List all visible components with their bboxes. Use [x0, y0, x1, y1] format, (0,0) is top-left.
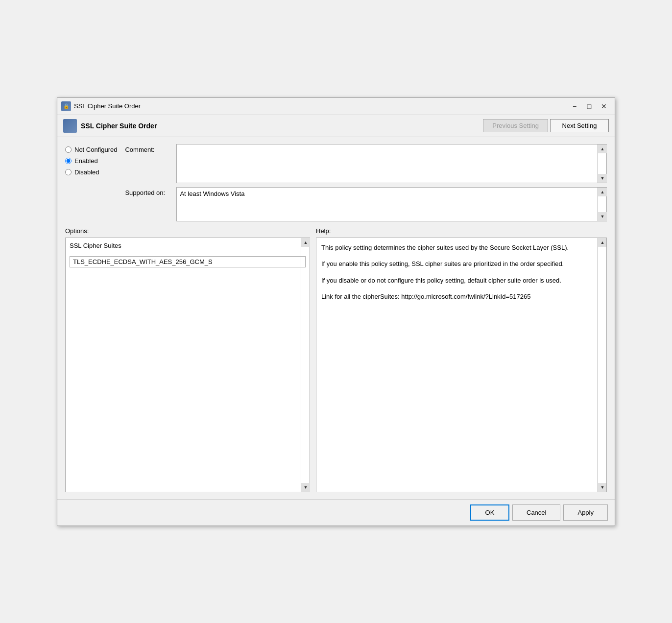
- help-panel: Help: This policy setting determines the…: [316, 227, 607, 492]
- title-bar: 🔒 SSL Cipher Suite Order − □ ✕: [57, 98, 615, 115]
- header-bar: SSL Cipher Suite Order Previous Setting …: [57, 115, 615, 137]
- disabled-radio[interactable]: [65, 169, 72, 175]
- close-button[interactable]: ✕: [597, 101, 611, 112]
- radio-column: Not Configured Enabled Disabled: [65, 144, 117, 221]
- next-setting-button[interactable]: Next Setting: [550, 119, 609, 132]
- help-para-2: If you enable this policy setting, SSL c…: [321, 259, 595, 269]
- header-left: SSL Cipher Suite Order: [63, 119, 157, 133]
- supported-field-box: At least Windows Vista ▲ ▼: [176, 187, 607, 221]
- supported-value: At least Windows Vista: [177, 188, 606, 200]
- options-title: Options:: [65, 227, 310, 235]
- options-scrollbar: ▲ ▼: [301, 238, 310, 492]
- header-icon: [63, 119, 77, 133]
- not-configured-radio[interactable]: [65, 146, 72, 153]
- comment-row: Comment: ▲ ▼: [125, 144, 607, 183]
- comment-label: Comment:: [125, 144, 171, 153]
- comment-scrollbar: ▲ ▼: [598, 144, 606, 183]
- supported-scroll-down[interactable]: ▼: [598, 212, 607, 221]
- options-box: SSL Cipher Suites ▲ ▼: [65, 238, 310, 492]
- help-para-4: Link for all the cipherSuites: http://go…: [321, 292, 595, 302]
- top-section: Not Configured Enabled Disabled Comment:: [65, 144, 607, 221]
- supported-scroll-up[interactable]: ▲: [598, 188, 607, 196]
- ok-button[interactable]: OK: [470, 504, 509, 521]
- enabled-radio-label[interactable]: Enabled: [65, 157, 117, 165]
- supported-scrollbar: ▲ ▼: [598, 188, 606, 221]
- previous-setting-button[interactable]: Previous Setting: [483, 119, 548, 132]
- header-title: SSL Cipher Suite Order: [81, 122, 157, 130]
- cancel-button[interactable]: Cancel: [512, 504, 560, 521]
- minimize-button[interactable]: −: [568, 101, 581, 112]
- not-configured-label: Not Configured: [74, 146, 117, 153]
- not-configured-radio-label[interactable]: Not Configured: [65, 146, 117, 153]
- footer: OK Cancel Apply: [57, 499, 615, 526]
- content-area: Not Configured Enabled Disabled Comment:: [57, 137, 615, 499]
- help-box: This policy setting determines the ciphe…: [316, 238, 607, 492]
- title-bar-controls: − □ ✕: [568, 101, 611, 112]
- options-panel: Options: SSL Cipher Suites ▲ ▼: [65, 227, 310, 492]
- window-title: SSL Cipher Suite Order: [74, 102, 141, 110]
- fields-column: Comment: ▲ ▼ Supported on: At least Wind…: [125, 144, 607, 221]
- supported-label: Supported on:: [125, 187, 171, 196]
- disabled-label: Disabled: [74, 168, 99, 176]
- comment-textarea[interactable]: [177, 144, 597, 183]
- help-scroll-down[interactable]: ▼: [598, 483, 607, 492]
- apply-button[interactable]: Apply: [563, 504, 608, 521]
- header-buttons: Previous Setting Next Setting: [483, 119, 609, 132]
- enabled-label: Enabled: [74, 157, 98, 165]
- cipher-suites-label: SSL Cipher Suites: [70, 242, 306, 249]
- comment-scroll-up[interactable]: ▲: [598, 144, 607, 153]
- main-window: 🔒 SSL Cipher Suite Order − □ ✕ SSL Ciphe…: [57, 97, 615, 526]
- cipher-suites-input[interactable]: [70, 256, 306, 267]
- help-scrollbar: ▲ ▼: [598, 238, 606, 492]
- enabled-radio[interactable]: [65, 158, 72, 164]
- comment-scroll-down[interactable]: ▼: [598, 174, 607, 183]
- maximize-button[interactable]: □: [582, 101, 596, 112]
- supported-row: Supported on: At least Windows Vista ▲ ▼: [125, 187, 607, 221]
- comment-field-box: ▲ ▼: [176, 144, 607, 183]
- options-scroll-down[interactable]: ▼: [301, 483, 310, 492]
- help-para-3: If you disable or do not configure this …: [321, 276, 595, 286]
- help-title: Help:: [316, 227, 607, 235]
- options-scroll-up[interactable]: ▲: [301, 238, 310, 247]
- help-para-1: This policy setting determines the ciphe…: [321, 243, 595, 253]
- help-scroll-up[interactable]: ▲: [598, 238, 607, 247]
- window-icon: 🔒: [61, 101, 71, 111]
- disabled-radio-label[interactable]: Disabled: [65, 168, 117, 176]
- help-text: This policy setting determines the ciphe…: [321, 243, 595, 302]
- title-bar-left: 🔒 SSL Cipher Suite Order: [61, 101, 141, 111]
- bottom-section: Options: SSL Cipher Suites ▲ ▼ Help: Thi…: [65, 227, 607, 492]
